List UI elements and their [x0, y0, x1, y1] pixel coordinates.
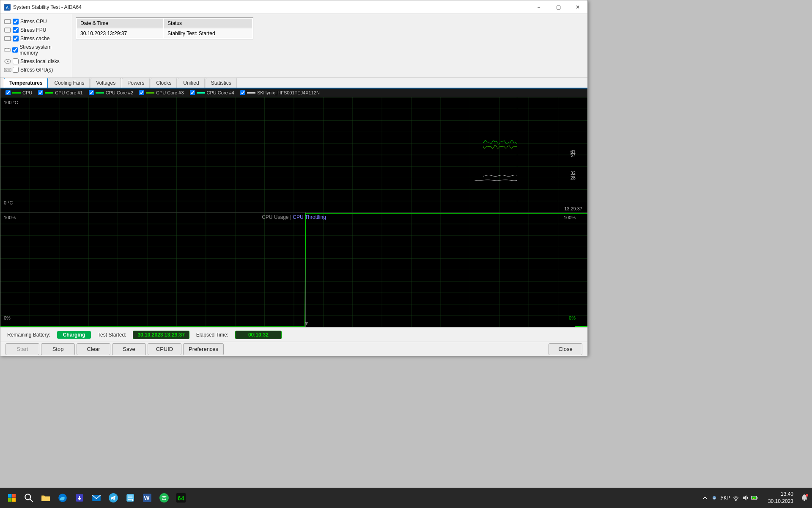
cpu-y-top-right: 100%	[564, 215, 576, 220]
remaining-battery-value: Charging	[57, 331, 91, 339]
disk-icon	[4, 59, 11, 64]
legend-cpu-core-2-color	[96, 92, 104, 94]
maximize-button[interactable]: ▢	[549, 0, 568, 14]
legend-skhynix-label: SKHynix_HFS001TEJ4X112N	[257, 90, 320, 95]
tab-voltages[interactable]: Voltages	[91, 78, 121, 88]
temp-x-time: 13:29:37	[564, 206, 582, 211]
downloads-taskbar[interactable]	[72, 490, 87, 505]
battery-icon: ⚡	[751, 494, 758, 501]
elapsed-time-label: Elapsed Time:	[196, 332, 228, 338]
sidebar-item-stress-gpu[interactable]: Stress GPU(s)	[2, 66, 70, 74]
minimize-button[interactable]: −	[529, 0, 549, 14]
fpu-icon	[4, 28, 11, 33]
temp-value-57: 57	[571, 152, 576, 157]
svg-text:64: 64	[177, 495, 184, 502]
tab-temperatures[interactable]: Temperatures	[4, 78, 48, 88]
svg-point-43	[735, 500, 736, 501]
volume-icon[interactable]	[742, 494, 749, 501]
cpuid-button[interactable]: CPUID	[148, 343, 181, 355]
notes-icon	[125, 493, 135, 503]
search-taskbar[interactable]	[21, 490, 36, 505]
col-status: Status	[164, 19, 252, 28]
language-indicator[interactable]: УКР	[720, 495, 730, 501]
close-button[interactable]: Close	[549, 343, 582, 355]
stress-memory-checkbox[interactable]	[12, 47, 18, 53]
taskbar-clock[interactable]: 13:40 30.10.2023	[765, 491, 797, 505]
word-taskbar[interactable]: W	[140, 490, 155, 505]
legend-cpu-core-4-checkbox[interactable]	[190, 90, 195, 95]
preferences-button[interactable]: Preferences	[183, 343, 224, 355]
legend-cpu-core-3-checkbox[interactable]	[139, 90, 144, 95]
legend-cpu-core-3-color	[146, 92, 154, 94]
notes-taskbar[interactable]	[123, 490, 138, 505]
sidebar-item-stress-cache[interactable]: Stress cache	[2, 34, 70, 43]
temp-value-28: 28	[571, 175, 576, 180]
window-close-button[interactable]: ✕	[568, 0, 587, 14]
chevron-up-icon[interactable]	[702, 494, 708, 501]
stress-fpu-checkbox[interactable]	[13, 27, 19, 33]
sidebar-item-stress-memory[interactable]: Stress system memory	[2, 43, 70, 57]
test-started-value: 30.10.2023 13:29:37	[133, 331, 189, 339]
legend-cpu-core-4-label: CPU Core #4	[207, 90, 234, 95]
sidebar-item-stress-disks[interactable]: Stress local disks	[2, 57, 70, 66]
button-bar: Start Stop Clear Save CPUID Preferences …	[0, 342, 587, 356]
col-datetime: Date & Time	[77, 19, 163, 28]
svg-rect-29	[12, 498, 16, 502]
notification-icon[interactable]	[800, 494, 809, 502]
legend-cpu-core-2: CPU Core #2	[89, 90, 133, 95]
tab-unified[interactable]: Unified	[178, 78, 204, 88]
tab-clocks[interactable]: Clocks	[151, 78, 177, 88]
status-row: 30.10.2023 13:29:37 Stability Test: Star…	[77, 29, 252, 38]
sidebar-item-stress-fpu[interactable]: Stress FPU	[2, 26, 70, 34]
cpu-y-top-left: 100%	[4, 215, 16, 220]
svg-rect-20	[8, 48, 9, 49]
status-table: Date & Time Status 30.10.2023 13:29:37 S…	[76, 17, 253, 39]
stress-cpu-checkbox[interactable]	[13, 19, 19, 25]
folder-icon	[41, 493, 51, 503]
temperature-chart: 100 °C 0 °C 13:29:37 61 57 32 28	[0, 97, 587, 213]
memory-icon	[4, 47, 11, 52]
stress-disks-checkbox[interactable]	[13, 58, 19, 64]
spotify-taskbar[interactable]	[156, 490, 172, 505]
start-button-taskbar[interactable]	[3, 489, 20, 506]
window-controls: − ▢ ✕	[529, 0, 587, 14]
legend-cpu-checkbox[interactable]	[5, 90, 11, 95]
clock-time: 13:40	[768, 491, 793, 498]
telegram-taskbar[interactable]	[106, 490, 121, 505]
file-explorer-taskbar[interactable]	[38, 490, 53, 505]
edge-taskbar[interactable]	[55, 490, 70, 505]
start-button[interactable]: Start	[5, 343, 39, 355]
svg-rect-27	[12, 494, 16, 498]
stress-cache-checkbox[interactable]	[13, 36, 19, 41]
temp-canvas	[0, 97, 587, 213]
tab-powers[interactable]: Powers	[122, 78, 150, 88]
mail-taskbar[interactable]	[89, 490, 104, 505]
save-button[interactable]: Save	[112, 343, 146, 355]
taskbar-right: УКР ⚡ 13:40 30.10.2023	[698, 491, 809, 505]
wifi-icon	[732, 494, 739, 501]
legend-cpu-core-1-checkbox[interactable]	[38, 90, 43, 95]
aida64-taskbar[interactable]: 64	[173, 490, 189, 505]
tab-statistics[interactable]: Statistics	[206, 78, 237, 88]
temp-y-bottom: 0 °C	[4, 200, 13, 205]
status-panel: Date & Time Status 30.10.2023 13:29:37 S…	[72, 14, 587, 77]
cache-icon	[4, 36, 11, 41]
cpu-y-bottom-left: 0%	[4, 315, 11, 320]
stress-gpu-checkbox[interactable]	[13, 67, 19, 73]
tab-cooling-fans[interactable]: Cooling Fans	[49, 78, 90, 88]
stop-button[interactable]: Stop	[41, 343, 75, 355]
status-datetime: 30.10.2023 13:29:37	[77, 29, 163, 38]
sidebar-item-stress-cpu[interactable]: Stress CPU	[2, 17, 70, 26]
legend-cpu-color	[12, 92, 21, 94]
legend-cpu-core-3: CPU Core #3	[139, 90, 184, 95]
svg-rect-17	[4, 49, 11, 51]
tab-bar: Temperatures Cooling Fans Voltages Power…	[0, 78, 587, 88]
legend-skhynix-checkbox[interactable]	[240, 90, 245, 95]
svg-point-49	[806, 494, 808, 497]
mail-icon	[91, 493, 102, 503]
clear-button[interactable]: Clear	[77, 343, 110, 355]
legend-cpu-core-2-checkbox[interactable]	[89, 90, 94, 95]
app-inner: Stress CPU Stress FPU	[0, 14, 587, 356]
gpu-icon	[4, 67, 11, 72]
svg-rect-45	[757, 497, 757, 499]
